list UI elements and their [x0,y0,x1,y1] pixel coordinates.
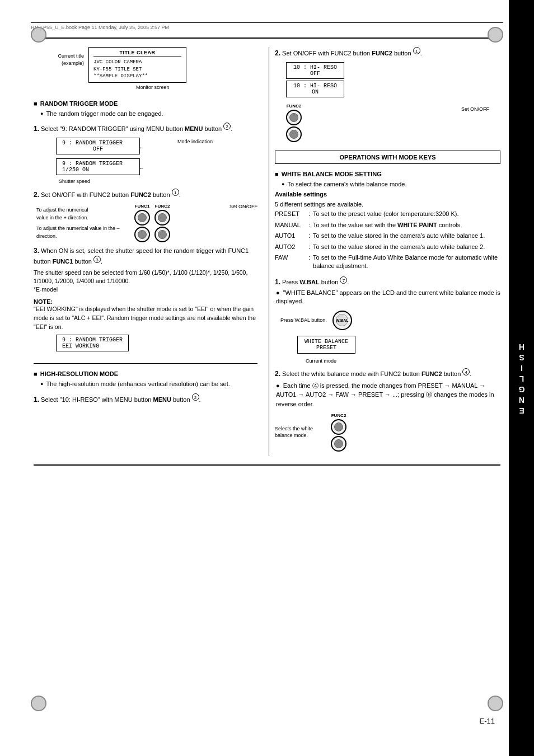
func1-bottom[interactable] [134,227,150,242]
func2-hi-reso-top[interactable] [286,110,302,125]
func1-top[interactable] [134,210,150,226]
circle-2: 2 [223,123,231,130]
shutter-speed-label: Shutter speed [59,179,257,184]
random-trigger-on-box: 9 : RANDOM TRIGGER 1/250 ON [56,158,140,175]
func2-hi-reso-container: FUNC2 Set ON/OFF [286,104,500,142]
title-clear-box: TITLE CLEAR JVC COLOR CAMERA KY-F55 TITL… [88,47,186,83]
step2-button-diagram: To adjust the numerical value in the + d… [36,204,257,242]
hi-reso-boxes: 10 : HI- RESO OFF 10 : HI- RESO ON [286,62,500,99]
func2-label: FUNC2 [155,204,170,209]
mode-boxes: 9 : RANDOM TRIGGER OFF Mode indication ←… [56,138,257,184]
func2-hi-reso-label: FUNC2 [287,104,302,109]
available-settings-header: Available settings [275,191,500,198]
mode-indication-label: Mode indication [177,139,213,144]
set-on-off-hi-reso: Set ON/OFF [461,106,489,112]
header-text: RM-LP55_U_E.book Page 11 Monday, July 25… [31,25,169,30]
e-model-text: *E-model [34,286,257,293]
step1-text: Select "9: RANDOM TRIGGER" using MENU bu… [41,125,232,132]
func2-hi-reso-bottom[interactable] [286,126,302,142]
wb-step2: 2. Select the white balance mode with FU… [275,368,500,379]
func2-top[interactable] [154,210,170,226]
note-box: NOTE: "EEI WORKING" is displayed when th… [34,298,257,331]
random-trigger-off-box: 9 : RANDOM TRIGGER OFF [56,138,140,154]
func2-wb-container: Selects the white balance mode. FUNC2 [275,413,500,452]
circle-2b: 2 [192,393,199,401]
settings-row-auto2: AUTO2 : To set to the value stored in th… [275,243,500,251]
white-balance-display-box-container: WHITE BALANCE PRESET [286,333,500,356]
func1-button[interactable]: FUNC1 [134,204,150,242]
wbal-inner: W.BAL [336,314,348,326]
press-wbal-label: Press W.BAL button. [280,317,327,323]
page-container: ENGLISH RM-LP55_U_E.book Page 11 Monday,… [0,0,534,756]
hi-res-step2: 2. Set ON/OFF with FUNC2 button FUNC2 bu… [275,47,500,58]
settings-table: PRESET : To set to the preset value (col… [275,210,500,270]
title-clear-label: Current title (example) [39,53,84,67]
settings-row-manual: MANUAL : To set to the value set with th… [275,221,500,229]
title-clear-content: JVC COLOR CAMERA KY-F55 TITLE SET **SAMP… [93,59,181,80]
func1-label: FUNC1 [135,204,150,209]
random-trigger-section-header: RANDOM TRIGGER MODE [34,100,257,107]
settings-row-auto1: AUTO1 : To set to the value stored in th… [275,232,500,240]
circle-1b: 1 [413,47,420,54]
settings-row-preset: PRESET : To set to the preset value (col… [275,210,500,218]
right-column: 2. Set ON/OFF with FUNC2 button FUNC2 bu… [269,47,500,456]
func2-hi-reso-button[interactable]: FUNC2 [286,104,302,142]
settings-row-faw: FAW : To set to the Full-time Auto White… [275,253,500,271]
wb-step2-notes: ● Each time Ⓐ is pressed, the mode chang… [276,381,500,409]
page-number: E-11 [480,717,495,725]
hi-res-step1: 1. Select "10: HI-RESO" with MENU button… [34,393,257,404]
language-label: ENGLISH [517,341,526,415]
ops-header-box: OPERATIONS WITH MODE KEYS [275,151,500,164]
circle-7: 7 [340,276,347,284]
corner-decoration-tl [31,27,46,43]
wbal-button-area: Press W.BAL button. W.BAL [280,311,500,330]
random-trigger-bullet1: The random trigger mode can be engaged. [40,110,257,118]
wbal-step1: 1. Press W.BAL button 7. [275,276,500,287]
title-clear-header: TITLE CLEAR [93,50,181,57]
func2-wb-top[interactable] [331,419,346,435]
left-column: Current title (example) TITLE CLEAR JVC … [34,47,269,456]
step1-container: 1. Select "9: RANDOM TRIGGER" using MENU… [34,123,257,133]
step1-label: 1. [34,125,39,133]
func2-wb-bottom[interactable] [331,436,346,452]
arrow-right-2: ← [139,165,144,171]
hi-reso-on-box: 10 : HI- RESO ON [286,81,344,97]
set-on-off-label-left: Set ON/OFF [229,204,257,209]
monitor-label: Monitor screen [136,84,186,90]
page-header: RM-LP55_U_E.book Page 11 Monday, July 25… [31,22,503,32]
eei-box: 9 : RANDOM TRIGGER EEI WORKING [56,335,129,351]
title-clear-section: Current title (example) TITLE CLEAR JVC … [39,47,257,90]
corner-decoration-br [488,696,503,711]
circle-1: 1 [172,189,179,196]
shutter-speeds-text: The shutter speed can be selected from 1… [34,269,257,287]
note-header: NOTE: [34,298,257,305]
step3-container: 3. When ON is set, select the shutter sp… [34,247,257,266]
corner-decoration-bl [31,696,46,711]
white-balance-bullet1: To select the camera's white balance mod… [282,180,500,189]
func2-wb-label: FUNC2 [331,413,346,418]
arrow-right-1: ← [139,144,144,150]
adjust-labels: To adjust the numerical value in the + d… [36,206,129,241]
circle-4: 4 [462,368,470,375]
corner-decoration-tr [488,27,503,43]
language-sidebar: ENGLISH [509,0,534,756]
hi-reso-off-box: 10 : HI- RESO OFF [286,62,344,79]
white-balance-display-box: WHITE BALANCE PRESET [297,336,355,354]
available-intro: 5 different settings are available. [275,201,500,208]
note-text: "EEI WORKING" is displayed when the shut… [34,305,257,331]
step2-container: 2. Set ON/OFF with FUNC2 button FUNC2 bu… [34,189,257,199]
white-balance-section-header: WHITE BALANCE MODE SETTING [275,171,500,177]
main-content: Current title (example) TITLE CLEAR JVC … [34,47,500,456]
func2-button[interactable]: FUNC2 [154,204,170,242]
ops-header-text: OPERATIONS WITH MODE KEYS [281,154,494,161]
hi-res-section-header: HIGH-RESOLUTION MODE [34,370,257,377]
circle-3: 3 [93,256,101,263]
current-mode-label: Current mode [306,358,500,364]
wbal-button[interactable]: W.BAL [332,311,352,330]
func2-bottom[interactable] [154,227,170,242]
selects-wb-label: Selects the white balance mode. [275,426,325,439]
hi-res-bullet1: The high-resolution mode (enhances verti… [40,380,257,388]
func2-wb-button[interactable]: FUNC2 [331,413,346,452]
wbal-step1-note: ● "WHITE BALANCE" appears on the LCD and… [276,289,500,306]
